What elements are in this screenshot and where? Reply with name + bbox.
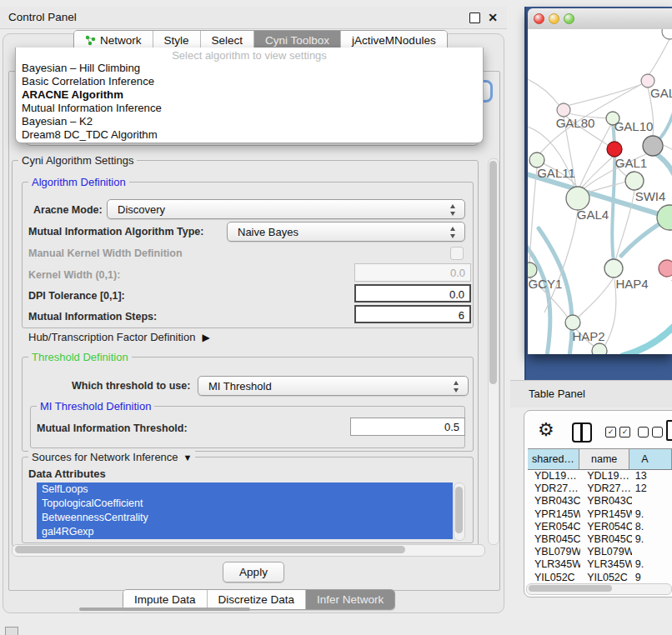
stepper-icon <box>449 226 457 239</box>
table-hscrollbar-thumb[interactable] <box>529 585 612 592</box>
node-gal1[interactable] <box>625 172 644 190</box>
document-icon[interactable] <box>666 420 672 441</box>
sources-group-title[interactable]: Sources for Network Inference▼ <box>28 451 195 463</box>
table-cell <box>632 495 672 508</box>
algorithm-option[interactable]: Dream8 DC_TDC Algorithm <box>16 128 483 142</box>
aracne-mode-label: Aracne Mode: <box>33 204 103 216</box>
column-header[interactable]: shared… <box>528 449 579 469</box>
minimize-light-icon[interactable] <box>549 13 559 24</box>
data-attribute-item[interactable]: SelfLoops <box>37 482 453 497</box>
column-header[interactable]: A <box>629 449 672 469</box>
float-window-icon[interactable] <box>469 12 480 23</box>
table-row[interactable]: YBR043CYBR043C <box>528 495 672 508</box>
node-gray[interactable] <box>643 136 663 156</box>
node-gcy1[interactable] <box>528 262 537 278</box>
tab-impute-data[interactable]: Impute Data <box>123 590 208 609</box>
unchecked-column-icon-2[interactable] <box>652 427 663 438</box>
node-hap4-label: HAP4 <box>615 277 648 291</box>
table-cell: YBR043C <box>580 495 632 508</box>
unchecked-column-icon-1[interactable] <box>638 427 649 438</box>
table-cell: YDR27… <box>580 482 632 495</box>
manual-kernel-label: Manual Kernel Width Definition <box>28 248 183 259</box>
list-scrollbar-thumb[interactable] <box>455 487 463 533</box>
network-canvas[interactable]: GALGAL80GAL10GAL1GAL11GAL4SWI4GCY1HAP4YH… <box>528 29 672 354</box>
which-threshold-combo[interactable]: MI Threshold <box>198 376 469 396</box>
algorithm-option[interactable]: Bayesian – K2 <box>16 115 483 128</box>
table-row[interactable]: YPR145WYPR145W9. <box>528 508 672 521</box>
panel-bottom-scrollbar-thumb[interactable] <box>79 608 250 611</box>
settings-hscrollbar[interactable] <box>12 544 485 557</box>
which-threshold-value: MI Threshold <box>208 380 272 392</box>
algorithm-option[interactable]: Mutual Information Inference <box>16 102 483 115</box>
node-gal80[interactable] <box>557 103 570 117</box>
tab-label: jActiveMNodules <box>352 34 436 47</box>
table-row[interactable]: YDR27…YDR27…12 <box>528 482 672 495</box>
mini-panel-icon[interactable] <box>5 627 18 635</box>
collapse-arrow-icon: ▼ <box>183 452 193 462</box>
node-outline[interactable] <box>662 29 672 39</box>
kernel-width-label: Kernel Width (0,1): <box>28 269 120 281</box>
gear-icon[interactable]: ⚙ <box>538 419 554 441</box>
node-red[interactable] <box>607 142 622 157</box>
table-row[interactable]: YDL19…YDL19…13 <box>528 470 672 482</box>
checked-column-icon-2[interactable]: ✓ <box>619 427 630 438</box>
node-gal80-label: GAL80 <box>556 116 595 130</box>
tab-discretize-data[interactable]: Discretize Data <box>208 590 307 609</box>
kernel-width-field[interactable]: 0.0 <box>354 263 471 282</box>
algorithm-option[interactable]: Basic Correlation Inference <box>16 75 483 88</box>
table-row[interactable]: YLR345WYLR345W9. <box>528 558 672 571</box>
dpi-tolerance-label: DPI Tolerance [0,1]: <box>28 290 125 302</box>
table-row[interactable]: YBL079WYBL079W <box>528 546 672 558</box>
table-cell: YLR345W <box>528 558 580 571</box>
data-attribute-item[interactable]: gal4RGexp <box>37 525 453 539</box>
node-swi4-label: SWI4 <box>635 189 666 203</box>
network-edge <box>649 39 669 75</box>
node-gal4[interactable] <box>566 187 589 210</box>
mi-steps-field[interactable]: 6 <box>354 305 471 323</box>
data-attributes-list[interactable]: SelfLoopsTopologicalCoefficientBetweenne… <box>37 482 453 539</box>
screen: Control Panel ✕ NetworkStyleSelectCyni T… <box>0 0 672 635</box>
node-gal-label: GAL <box>650 86 672 100</box>
data-attribute-item[interactable]: TopologicalCoefficient <box>37 497 453 511</box>
node-y[interactable] <box>659 260 672 277</box>
table-cell: 9. <box>632 558 672 571</box>
hub-definition-toggle[interactable]: Hub/Transcription Factor Definition▶ <box>28 331 210 343</box>
aracne-mode-combo[interactable]: Discovery <box>107 199 465 219</box>
checked-column-icon-1[interactable]: ✓ <box>605 427 616 438</box>
tab-infer-network[interactable]: Infer Network <box>306 590 394 609</box>
group-title: Threshold Definition <box>28 351 132 363</box>
data-attribute-item[interactable]: BetweennessCentrality <box>37 511 453 525</box>
column-header[interactable]: name <box>579 449 629 469</box>
node-hap4[interactable] <box>604 259 623 278</box>
table-row[interactable]: YER054CYER054C8. <box>528 521 672 533</box>
tab-label: Select <box>212 34 243 47</box>
table-row[interactable]: YIL052CYIL052C9 <box>528 572 672 584</box>
mi-threshold-field[interactable]: 0.5 <box>350 418 465 436</box>
tab-label: Infer Network <box>317 593 384 606</box>
node-gal10-label: GAL10 <box>614 119 654 133</box>
table-hscrollbar[interactable] <box>526 583 672 595</box>
manual-kernel-checkbox[interactable] <box>450 247 464 260</box>
node-gcy1-label: GCY1 <box>529 277 563 291</box>
mi-type-combo[interactable]: Naive Bayes <box>227 222 465 242</box>
node-hap2[interactable] <box>565 315 580 330</box>
settings-vscrollbar[interactable] <box>488 158 499 545</box>
zoom-light-icon[interactable] <box>564 13 574 24</box>
table-row[interactable]: YBR045CYBR045C9. <box>528 533 672 546</box>
close-light-icon[interactable] <box>534 13 544 24</box>
apply-button[interactable]: Apply <box>223 562 284 582</box>
close-icon[interactable]: ✕ <box>486 8 499 27</box>
mi-type-label: Mutual Information Algorithm Type: <box>28 226 203 238</box>
node-bottom[interactable] <box>592 343 607 354</box>
hub-definition-label: Hub/Transcription Factor Definition <box>28 331 195 343</box>
algorithm-option[interactable]: ARACNE Algorithm <box>16 88 483 102</box>
columns-icon[interactable] <box>572 422 592 442</box>
algorithm-option[interactable]: Bayesian – Hill Climbing <box>16 62 483 75</box>
settings-vscrollbar-thumb[interactable] <box>489 161 497 384</box>
group-title: Cyni Algorithm Settings <box>18 154 137 167</box>
settings-hscrollbar-thumb[interactable] <box>15 546 405 553</box>
mi-threshold-label: Mutual Information Threshold: <box>37 422 188 434</box>
list-scrollbar[interactable] <box>454 482 465 541</box>
group-title: MI Threshold Definition <box>37 400 154 412</box>
dpi-tolerance-field[interactable]: 0.0 <box>354 284 471 302</box>
